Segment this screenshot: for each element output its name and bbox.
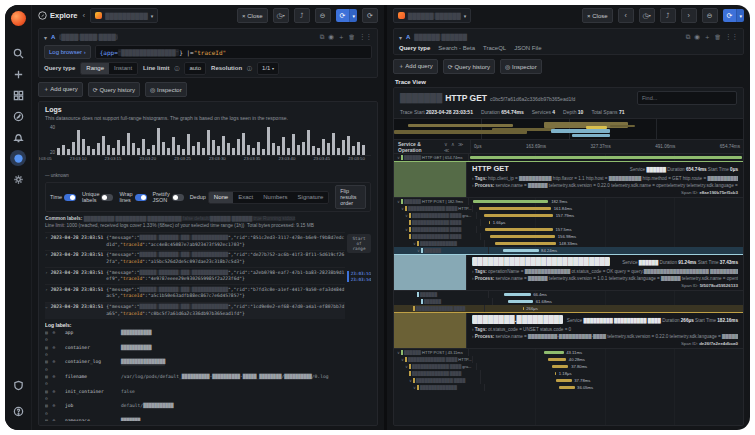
span-row[interactable]: ∨██████84.24ms: [394, 247, 743, 254]
collapse-expand-icons[interactable]: ∨ ∧ ≫ ≪: [444, 141, 470, 153]
tree-caret[interactable]: ∨: [397, 350, 400, 355]
query-history-button[interactable]: ⟳ Query history: [88, 82, 140, 97]
datasource-picker[interactable]: ██████████▾: [90, 8, 158, 23]
span-row[interactable]: ∨█████████████ ████ HTTP...40.28ms: [394, 356, 743, 363]
label-filter-icons[interactable]: ▤ ⊕ ⊖: [45, 388, 61, 403]
span-bar-cell[interactable]: 161.84ms: [473, 205, 743, 212]
tree-caret[interactable]: ∨: [397, 155, 400, 160]
expand-caret[interactable]: ›: [45, 287, 48, 300]
duplicate-icon[interactable]: ⧉: [686, 33, 691, 42]
close-split-button[interactable]: × Close: [237, 8, 268, 23]
tab-json-file[interactable]: JSON File: [514, 45, 541, 51]
span-tree-cell[interactable]: ∨██████ HTTP POST | 182.9ms: [394, 198, 469, 205]
span-bar-cell[interactable]: 157.79ms: [477, 212, 743, 219]
span-tree-cell[interactable]: ██████: [394, 298, 493, 305]
move-left-button[interactable]: ‹: [618, 8, 634, 23]
query-code-input[interactable]: {app="███████████████"} |= "traceId": [95, 45, 372, 59]
span-process-line[interactable]: › Process: service.name = ██████ telemet…: [472, 183, 738, 188]
span-row[interactable]: ∨██████ HTTP POST | 43.11ms43.11ms: [394, 349, 743, 356]
span-tree-cell[interactable]: █████████████ ████: [394, 233, 481, 240]
close-split-button[interactable]: × Close: [582, 8, 613, 23]
label-filter-icons[interactable]: ▤ ⊕ ⊖: [45, 344, 61, 359]
span-tree-cell[interactable]: ∨█████████████: [394, 384, 485, 391]
tree-caret[interactable]: ∨: [409, 378, 412, 383]
drag-handle-icon[interactable]: ⋮⋮: [359, 33, 372, 42]
span-tags-line[interactable]: › Tags: ot.status_code = UNSET status.co…: [472, 327, 738, 332]
span-bar-cell[interactable]: 37.78ms: [481, 377, 743, 384]
unique-labels-toggle[interactable]: [101, 194, 113, 201]
time-toggle[interactable]: [64, 194, 76, 201]
query-history-button[interactable]: ⟳ Query history: [443, 59, 495, 74]
collapse-caret[interactable]: ⌄: [45, 304, 48, 317]
span-process-line[interactable]: › Process: service.name = █████████-████…: [472, 334, 738, 339]
tree-caret[interactable]: ∨: [405, 227, 408, 232]
inspector-button[interactable]: ◎ Inspector: [500, 59, 542, 74]
tab-search-beta[interactable]: Search - Beta: [438, 45, 475, 51]
drag-handle-icon[interactable]: ⋮⋮: [725, 33, 738, 42]
run-query-button[interactable]: ⟳▾: [336, 9, 357, 22]
span-bar-cell[interactable]: 66.4ms: [489, 291, 743, 298]
query-collapse-caret[interactable]: ▾: [44, 34, 47, 41]
log-navigation-rail[interactable]: Start of range 23:03:5123:03:54: [347, 232, 371, 282]
span-row[interactable]: ██████66.4ms: [394, 291, 743, 298]
tree-caret[interactable]: ∨: [405, 364, 408, 369]
tree-caret[interactable]: ∨: [401, 206, 404, 211]
span-bar-cell[interactable]: 84.24ms: [489, 247, 743, 254]
add-icon[interactable]: ＋: [704, 33, 711, 42]
span-tree-cell[interactable]: ∨██████ HTTP GET | 654.74ms: [394, 154, 469, 161]
span-bar-cell[interactable]: 40.28ms: [473, 356, 743, 363]
pane-collapse-button[interactable]: ‹: [83, 11, 86, 20]
add-query-button[interactable]: ＋ Add query: [393, 59, 438, 74]
tab-traceql[interactable]: TraceQL: [483, 45, 506, 51]
live-button[interactable]: ⟳: [362, 8, 378, 23]
span-bar-cell[interactable]: 266μs: [485, 305, 743, 312]
span-tree-cell[interactable]: ∨█████████████ ████ gra...: [394, 212, 477, 219]
flip-results-order-button[interactable]: Flip results order: [335, 185, 366, 209]
span-row[interactable]: ∨█████████████ ████157.5ms: [394, 226, 743, 233]
log-row[interactable]: ›2023-04-28 23:03:51{"message":"██████ █…: [45, 267, 345, 284]
search-icon[interactable]: [10, 45, 26, 61]
span-row[interactable]: ∨█████████████ ████ HTTP...161.84ms: [394, 205, 743, 212]
time-picker-button[interactable]: ◷▾: [639, 8, 655, 23]
span-tree-cell[interactable]: ∨█████████████ ████: [394, 377, 481, 384]
log-browser-button[interactable]: Log browser ›: [44, 45, 91, 59]
duplicate-icon[interactable]: ⧉: [320, 33, 325, 42]
span-tree-cell[interactable]: ∨█████████████ ████ HTTP...: [394, 356, 473, 363]
bell-icon[interactable]: [10, 129, 26, 145]
zoom-out-button[interactable]: ⊖: [702, 8, 718, 23]
span-tree-cell[interactable]: ∨██████ HTTP POST | 43.11ms: [394, 349, 469, 356]
gear-icon[interactable]: [10, 171, 26, 187]
trash-icon[interactable]: 🗑: [715, 33, 722, 42]
move-right-button[interactable]: ›: [681, 8, 697, 23]
run-query-button[interactable]: ⟳▾: [723, 9, 744, 22]
expand-caret[interactable]: ›: [45, 270, 48, 283]
line-limit-input[interactable]: auto: [184, 62, 206, 75]
span-tree-cell[interactable]: █████████████ ████: [394, 305, 485, 312]
span-bar-cell[interactable]: 148.33ms: [485, 240, 743, 247]
span-row[interactable]: ∨█████████████36.05ms: [394, 384, 743, 391]
span-bar-cell[interactable]: 1.66μs: [481, 219, 743, 226]
dedup-option-signature[interactable]: Signature: [293, 192, 329, 203]
log-row[interactable]: ›2023-04-28 23:03:51{"message":"██████ █…: [45, 250, 345, 267]
span-row[interactable]: ∨█████████████ ████37.78ms: [394, 377, 743, 384]
span-bar-cell[interactable]: 157.5ms: [477, 226, 743, 233]
label-filter-icons[interactable]: ▤ ⊕ ⊖: [45, 329, 61, 344]
label-filter-icons[interactable]: ▤ ⊕ ⊖: [45, 417, 61, 421]
span-row[interactable]: ∨██████ HTTP POST | 182.9ms182.9ms: [394, 198, 743, 205]
span-bar-cell[interactable]: [469, 154, 743, 161]
grafana-logo[interactable]: [11, 11, 26, 26]
share-link-button[interactable]: ⤴: [294, 8, 310, 23]
inspector-button[interactable]: ◎ Inspector: [145, 82, 187, 97]
range-option[interactable]: Range: [81, 63, 109, 74]
query-collapse-caret[interactable]: ▾: [399, 34, 402, 41]
span-bar-cell[interactable]: 61.68ms: [493, 298, 743, 305]
log-row[interactable]: ⌄2023-04-28 23:03:51{"message":"██████ █…: [45, 302, 345, 319]
help-icon[interactable]: [10, 403, 26, 419]
span-tree-cell[interactable]: ██████: [394, 291, 489, 298]
resolution-select[interactable]: 1/1 ▾: [257, 62, 279, 75]
dedup-option-numbers[interactable]: Numbers: [258, 192, 292, 203]
time-picker-button[interactable]: ◷▾: [273, 8, 289, 23]
span-bar-cell[interactable]: 43.11ms: [469, 349, 743, 356]
span-bar-cell[interactable]: 1.18μs: [481, 370, 743, 377]
add-icon[interactable]: ＋: [338, 33, 345, 42]
